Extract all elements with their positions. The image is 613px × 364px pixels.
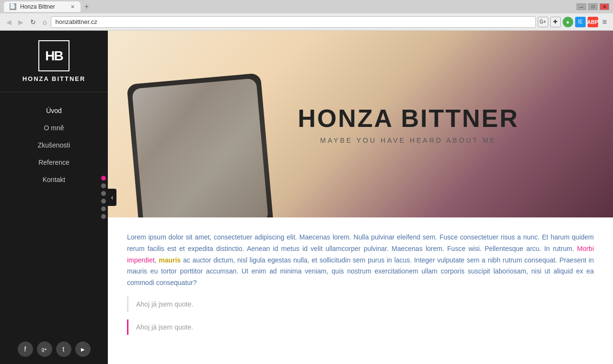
home-button[interactable]: ⌂	[40, 17, 49, 27]
browser-chrome: 📄 Honza Bittner ✕ + — ☐ ✕ ◀ ▶ ↻ ⌂ G+ ✚ ●…	[0, 0, 613, 31]
sidebar-nav: Úvod O mně Zkušenosti Reference Kontakt	[0, 92, 108, 334]
morbi-link[interactable]: Morbi imperdiet	[127, 245, 594, 264]
browser-tab[interactable]: 📄 Honza Bittner ✕	[4, 1, 81, 12]
abp-extension[interactable]: ABP	[588, 17, 598, 27]
scroll-dot-3[interactable]	[101, 191, 106, 196]
scroll-dot-1[interactable]	[101, 176, 106, 181]
google-extension[interactable]: G+	[538, 17, 548, 27]
plus-extension[interactable]: ✚	[550, 17, 561, 27]
nav-item-omne[interactable]: O mně	[0, 119, 108, 136]
scroll-dots	[101, 176, 106, 219]
minimize-button[interactable]: —	[577, 3, 586, 10]
new-tab-button[interactable]: +	[82, 2, 91, 11]
hero-title: HONZA BITTNER	[298, 104, 519, 133]
main-content[interactable]: HONZA BITTNER MAYBE YOU HAVE HEARD ABOUT…	[108, 31, 613, 364]
browser-menu-button[interactable]: ≡	[600, 17, 609, 27]
close-button[interactable]: ✕	[600, 3, 609, 10]
window-controls: — ☐ ✕	[577, 3, 609, 10]
back-button[interactable]: ◀	[4, 17, 14, 27]
chevron-left-icon: ‹	[111, 193, 114, 201]
twitter-icon[interactable]: t	[56, 341, 71, 357]
tab-close-button[interactable]: ✕	[70, 4, 75, 10]
logo-text: HB	[45, 48, 62, 64]
nav-item-uvod[interactable]: Úvod	[0, 102, 108, 119]
nav-item-kontakt[interactable]: Kontakt	[0, 171, 108, 188]
nav-item-zkusenosti[interactable]: Zkušenosti	[0, 136, 108, 154]
quote-2-text: Ahoj já jsem quote.	[136, 323, 193, 331]
forward-button[interactable]: ▶	[16, 17, 26, 27]
tab-favicon: 📄	[10, 3, 16, 10]
green-extension[interactable]: ●	[563, 17, 573, 27]
quote-block-1: Ahoj já jsem quote.	[127, 296, 594, 312]
facebook-icon[interactable]: f	[18, 341, 33, 357]
youtube-icon[interactable]: ▶	[75, 341, 91, 357]
logo-box: HB	[38, 40, 69, 71]
sidebar: HB HONZA BITTNER Úvod O mně Zkušenosti R…	[0, 31, 108, 364]
maximize-button[interactable]: ☐	[588, 3, 598, 10]
browser-extensions: G+ ✚ ● IE ABP	[538, 17, 598, 27]
hero-text: HONZA BITTNER MAYBE YOU HAVE HEARD ABOUT…	[298, 104, 519, 144]
blue-extension[interactable]: IE	[575, 17, 586, 27]
nav-item-reference[interactable]: Reference	[0, 154, 108, 171]
quote-1-text: Ahoj já jsem quote.	[136, 300, 193, 308]
body-paragraph: Lorem ipsum dolor sit amet, consectetuer…	[127, 232, 594, 289]
body-content: Lorem ipsum dolor sit amet, consectetuer…	[108, 217, 613, 357]
quote-block-2: Ahoj já jsem quote.	[127, 319, 594, 335]
hero-section: HONZA BITTNER MAYBE YOU HAVE HEARD ABOUT…	[108, 31, 613, 217]
hero-subtitle: MAYBE YOU HAVE HEARD ABOUT ME	[298, 136, 519, 144]
page-wrapper: HB HONZA BITTNER Úvod O mně Zkušenosti R…	[0, 31, 613, 364]
address-bar[interactable]	[51, 16, 535, 28]
scroll-dot-2[interactable]	[101, 183, 106, 188]
sidebar-social: f g+ t ▶	[0, 334, 108, 364]
google-plus-icon[interactable]: g+	[37, 341, 52, 357]
scroll-dot-6[interactable]	[101, 214, 106, 219]
sidebar-logo-section: HB HONZA BITTNER	[0, 31, 108, 92]
tab-title: Honza Bittner	[20, 3, 55, 10]
sidebar-name: HONZA BITTNER	[23, 75, 86, 82]
reload-button[interactable]: ↻	[28, 17, 38, 27]
nav-bar: ◀ ▶ ↻ ⌂ G+ ✚ ● IE ABP ≡	[0, 13, 613, 31]
sidebar-toggle-button[interactable]: ‹	[108, 189, 116, 206]
mauris-link[interactable]: mauris	[159, 256, 181, 264]
scroll-dot-5[interactable]	[101, 206, 106, 211]
scroll-dot-4[interactable]	[101, 199, 106, 204]
title-bar: 📄 Honza Bittner ✕ + — ☐ ✕	[0, 0, 613, 13]
